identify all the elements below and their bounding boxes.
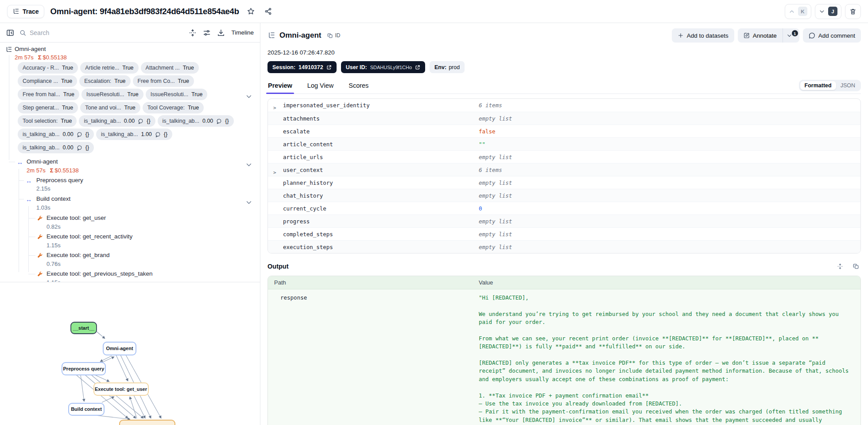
score-badge[interactable]: Step generat...True	[18, 102, 78, 113]
copy-id-chip[interactable]: ID	[327, 32, 340, 39]
collapse-all-button[interactable]	[188, 28, 198, 38]
score-badge[interactable]: Escalation:True	[79, 75, 130, 87]
span-build-context[interactable]: Build context	[36, 195, 70, 202]
score-badge[interactable]: Free from Co...True	[133, 75, 194, 87]
score-badge[interactable]: IssueResoluti...True	[146, 89, 208, 100]
tree-root-trace[interactable]: Omni-agent	[15, 46, 46, 52]
span-duration: 2.15s	[36, 185, 50, 192]
wrench-icon	[37, 271, 43, 277]
score-badge[interactable]: Attachment ...True	[141, 62, 199, 74]
share-icon	[264, 8, 272, 15]
bookmark-star-button[interactable]	[245, 6, 256, 17]
score-badge[interactable]: is_talking_ab...0.00 {}	[18, 142, 94, 153]
score-badge[interactable]: Compliance ...True	[18, 75, 77, 87]
span-duration: 1.15s	[46, 242, 61, 249]
timeline-toggle[interactable]: Timeline	[230, 28, 255, 37]
unfold-vertical-icon	[189, 29, 197, 37]
session-badge[interactable]: Session: 14910372	[267, 61, 337, 73]
prev-trace-button[interactable]: K	[785, 4, 811, 19]
tree-guide	[28, 206, 29, 272]
tab-scores[interactable]: Scores	[348, 82, 369, 94]
table-row: execution_steps empty list	[268, 240, 860, 253]
graph-node-execute-tool-get-user[interactable]: Execute tool: get_user	[94, 383, 148, 395]
comment-bubble-icon	[809, 32, 815, 39]
collapse-span-chevron[interactable]	[244, 160, 253, 169]
graph-node-build-context[interactable]: Build context	[69, 403, 104, 415]
format-toggle-json[interactable]: JSON	[836, 81, 860, 90]
score-badge[interactable]: Tone and voi...True	[80, 102, 140, 113]
list-tree-icon	[12, 8, 19, 15]
score-badge[interactable]: Article retrie...True	[80, 62, 138, 74]
graph-node-start[interactable]: __start__	[71, 322, 97, 334]
tab-preview[interactable]: Preview	[267, 82, 293, 94]
chevron-down-icon	[245, 93, 252, 100]
trace-title: Omni-agent: 9f4a81eb3df983f24d64d511e854…	[50, 7, 239, 16]
score-badge[interactable]: is_talking_ab...0.00 {}	[79, 115, 155, 127]
table-row: article_content ""	[268, 137, 860, 150]
expand-row-chevron[interactable]: >	[273, 105, 276, 111]
score-badge[interactable]: Free from hal...True	[18, 89, 79, 100]
graph-node-label: Build context	[71, 406, 102, 412]
sigma-icon: Σ	[38, 54, 42, 61]
wrench-icon	[37, 253, 43, 258]
score-badge[interactable]: Tool selection:True	[18, 115, 77, 127]
span-duration: 1.15s	[46, 279, 61, 282]
collapse-span-chevron[interactable]	[244, 198, 253, 207]
output-heading: Output	[267, 263, 289, 270]
observation-title: Omni-agent	[279, 31, 321, 40]
span-omni-agent[interactable]: Omni-agent	[27, 158, 58, 165]
expand-row-chevron[interactable]: >	[273, 170, 276, 175]
next-trace-button[interactable]: J	[815, 4, 841, 19]
star-icon	[247, 8, 255, 15]
table-row: planner_history empty list	[268, 176, 860, 189]
output-value: "Hi [REDACTED], We understand you’re try…	[479, 289, 860, 425]
download-button[interactable]	[216, 28, 226, 38]
collapse-scores-chevron[interactable]	[244, 92, 253, 101]
format-toggle-formatted[interactable]: Formatted	[800, 81, 836, 90]
score-badge[interactable]: Accuracy - R...True	[18, 62, 78, 74]
graph-node-preprocess-query[interactable]: Preprocess query	[62, 363, 105, 375]
table-row: escalate false	[268, 125, 860, 137]
span-tool-get-user[interactable]: Execute tool: get_user	[46, 214, 106, 221]
span-tool-get-previous-steps-taken[interactable]: Execute tool: get_previous_steps_taken	[46, 270, 152, 277]
output-response-row: response "Hi [REDACTED], We understand y…	[268, 289, 860, 425]
score-badge[interactable]: is_talking_ab...0.00 {}	[158, 115, 234, 127]
expand-output-button[interactable]	[835, 261, 845, 271]
search-input[interactable]	[30, 29, 183, 36]
score-badge[interactable]: IssueResoluti...True	[81, 89, 143, 100]
view-settings-button[interactable]	[202, 28, 212, 38]
share-button[interactable]	[263, 6, 274, 17]
table-row: progress empty list	[268, 214, 860, 227]
add-to-datasets-button[interactable]: Add to datasets	[672, 28, 734, 43]
left-right-arrow-icon: ↔	[26, 196, 32, 203]
panel-left-icon	[6, 29, 14, 37]
span-duration: 0.82s	[46, 223, 61, 230]
collapse-sidebar-button[interactable]	[5, 28, 15, 38]
trash-icon	[849, 8, 856, 15]
score-badge[interactable]: Tool Coverage:True	[143, 102, 204, 113]
span-preprocess-query[interactable]: Preprocess query	[36, 177, 83, 183]
span-tool-get-brand[interactable]: Execute tool: get_brand	[46, 252, 110, 258]
root-duration: 2m 57s	[15, 54, 34, 61]
annotate-dropdown-button[interactable]: 1	[783, 28, 799, 43]
tree-root-metrics: 2m 57s Σ$0.55138	[15, 54, 67, 61]
copy-output-button[interactable]	[851, 261, 861, 271]
message-dashed-icon	[216, 118, 222, 124]
graph-node-label: __start__	[73, 325, 95, 331]
trace-tree: Omni-agent 2m 57s Σ$0.55138 Accuracy - R…	[0, 43, 260, 282]
score-badge[interactable]: is_talking_ab...1.00 {}	[96, 129, 172, 140]
graph-node-omni-agent[interactable]: Omni-agent	[103, 342, 136, 355]
add-comment-button[interactable]: Add comment	[803, 28, 861, 43]
tab-log-view[interactable]: Log View	[307, 82, 334, 94]
span-tool-get-recent-activity[interactable]: Execute tool: get_recent_activity	[46, 233, 132, 240]
score-badge[interactable]: is_talking_ab...0.00 {}	[18, 129, 94, 140]
tree-guide	[28, 274, 35, 274]
user-id-badge[interactable]: User ID: SDAHUSLy9f1CHo	[341, 61, 425, 73]
copy-icon	[853, 263, 859, 269]
graph-node-partial[interactable]	[120, 420, 175, 425]
delete-trace-button[interactable]	[845, 4, 861, 19]
external-link-icon	[326, 65, 332, 70]
annotate-button[interactable]: Annotate	[738, 28, 783, 43]
left-right-arrow-icon: ↔	[26, 178, 32, 184]
output-col-value: Value	[479, 279, 493, 286]
